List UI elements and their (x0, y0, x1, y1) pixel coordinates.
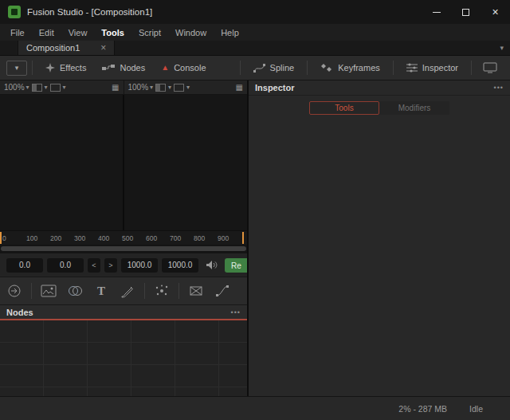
tool-separator (31, 283, 32, 299)
merge-tool-icon[interactable] (65, 282, 84, 300)
tab-modifiers[interactable]: Modifiers (379, 101, 449, 115)
status-state: Idle (469, 404, 483, 414)
viewer-area (0, 95, 247, 230)
inspector-body (249, 120, 510, 396)
menu-script[interactable]: Script (131, 24, 168, 41)
maximize-icon (462, 9, 469, 16)
main-area: 100% ▾ ▾ ▾ ▦ 100% ▾ ▾ (0, 80, 510, 396)
keyframes-button[interactable]: Keyframes (312, 56, 388, 80)
particles-tool-icon[interactable] (152, 282, 171, 300)
keyframes-label: Keyframes (338, 63, 380, 73)
toolbar-separator (393, 61, 394, 75)
menu-help[interactable]: Help (214, 24, 246, 41)
viewer1-channel-icon[interactable] (50, 84, 61, 92)
main-toolbar: ▾ Effects Nodes ▲ Console Spline Keyfram… (0, 56, 510, 80)
menu-file[interactable]: File (3, 24, 32, 41)
inspector-label: Inspector (422, 63, 458, 73)
dual-screen-button[interactable] (477, 56, 504, 80)
tool-shelf: T (0, 277, 247, 305)
color-curves-tool-icon[interactable] (213, 282, 232, 300)
spline-button[interactable]: Spline (245, 56, 303, 80)
effects-icon (45, 63, 55, 73)
timeline-scroll-area (0, 245, 247, 253)
tab-label: Composition1 (26, 43, 80, 53)
tab-close-icon[interactable]: × (100, 42, 106, 53)
fusion-window: Fusion Studio - [Composition1] × File Ed… (0, 0, 510, 420)
minimize-button[interactable] (422, 0, 451, 24)
keyframes-icon (320, 63, 333, 73)
timeline-scrollbar[interactable] (1, 246, 246, 251)
speaker-icon (206, 260, 218, 270)
time-ruler[interactable]: 0 100 200 300 400 500 600 700 800 900 (0, 230, 247, 245)
effects-label: Effects (60, 63, 86, 73)
viewer1-ab-buffer-icon[interactable] (32, 84, 42, 92)
inspector-icon (406, 63, 418, 73)
nodes-label: Nodes (120, 63, 145, 73)
console-warning-icon: ▲ (161, 64, 169, 72)
audio-mute-button[interactable] (206, 260, 218, 270)
fusion-logo-glyph (11, 9, 18, 15)
viewer1-zoom-select[interactable]: 100% ▾ (4, 83, 29, 92)
step-back-button[interactable]: < (88, 258, 100, 273)
menu-view[interactable]: View (61, 24, 95, 41)
toolbar-separator (32, 61, 33, 75)
nodes-button[interactable]: Nodes (94, 56, 153, 80)
ruler-tick: 400 (98, 234, 109, 242)
render-range-start-marker[interactable] (0, 232, 2, 244)
toolbar-collapse-button[interactable]: ▾ (6, 61, 27, 76)
chevron-down-icon: ▾ (150, 84, 153, 91)
viewer2-ab-buffer-icon[interactable] (155, 84, 166, 92)
maximize-button[interactable] (451, 0, 481, 24)
mask-tool-icon[interactable] (186, 282, 206, 300)
io-node-tool-icon[interactable] (5, 282, 24, 300)
current-time-field[interactable]: 0.0 (6, 258, 43, 273)
titlebar[interactable]: Fusion Studio - [Composition1] × (0, 0, 510, 24)
inspector-button[interactable]: Inspector (398, 56, 466, 80)
text-tool-icon[interactable]: T (92, 282, 111, 300)
ruler-tick: 200 (50, 234, 61, 242)
effects-button[interactable]: Effects (37, 56, 94, 80)
ruler-tick: 500 (122, 234, 133, 242)
range-end-field[interactable]: 1000.0 (121, 258, 158, 273)
toolbar-separator (307, 61, 308, 75)
viewer2-controls: 100% ▾ ▾ ▾ ▦ (124, 80, 248, 94)
inspector-panel: Inspector ••• Tools Modifiers (249, 80, 510, 396)
toolbar-separator (471, 61, 472, 75)
nodes-panel-menu-icon[interactable]: ••• (231, 308, 241, 316)
viewer2-layout-grid-icon[interactable]: ▦ (236, 84, 243, 92)
inspector-panel-header: Inspector ••• (249, 80, 510, 96)
close-button[interactable]: × (481, 0, 510, 24)
chevron-down-icon[interactable]: ▾ (63, 84, 66, 91)
menubar: File Edit View Tools Script Window Help (0, 24, 510, 41)
ruler-tick: 0 (2, 234, 6, 242)
inspector-panel-menu-icon[interactable]: ••• (494, 84, 504, 92)
render-button[interactable]: Re (225, 258, 249, 273)
tab-list-caret-icon[interactable]: ▾ (500, 44, 510, 52)
menu-tools[interactable]: Tools (94, 24, 131, 41)
viewer2-zoom-select[interactable]: 100% ▾ (128, 83, 154, 92)
menu-window[interactable]: Window (168, 24, 214, 41)
step-forward-button[interactable]: > (104, 258, 117, 273)
render-range-end-marker[interactable] (242, 232, 244, 244)
fusion-logo-icon (8, 6, 21, 18)
viewer2-channel-icon[interactable] (174, 84, 184, 92)
viewer-2[interactable] (124, 95, 247, 230)
chevron-down-icon[interactable]: ▾ (168, 84, 171, 91)
chevron-down-icon[interactable]: ▾ (186, 84, 190, 91)
tab-composition1[interactable]: Composition1 × (18, 41, 115, 55)
chevron-down-icon[interactable]: ▾ (45, 84, 48, 91)
tool-separator (178, 283, 179, 299)
ruler-tick: 900 (218, 234, 229, 242)
tab-tools[interactable]: Tools (309, 101, 379, 115)
tool-separator (144, 283, 145, 299)
viewer1-layout-grid-icon[interactable]: ▦ (112, 84, 119, 92)
paint-tool-icon[interactable] (118, 282, 137, 300)
console-button[interactable]: ▲ Console (153, 56, 214, 80)
menu-edit[interactable]: Edit (32, 24, 61, 41)
range-start-field[interactable]: 0.0 (47, 258, 84, 273)
media-in-tool-icon[interactable] (39, 282, 58, 300)
ruler-tick: 100 (26, 234, 37, 242)
viewer-1[interactable] (0, 95, 123, 230)
node-editor-canvas[interactable] (0, 320, 247, 396)
global-end-field[interactable]: 1000.0 (162, 258, 198, 273)
